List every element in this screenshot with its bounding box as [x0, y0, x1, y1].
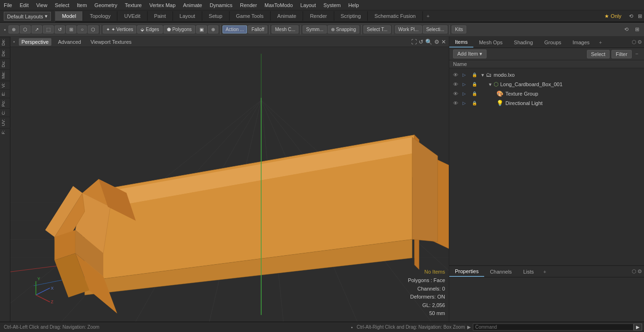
menu-geometry[interactable]: Geometry [91, 1, 121, 9]
tree-arrow-1[interactable]: ▾ [481, 72, 484, 78]
tree-item-texture[interactable]: 👁 ▷ 🔒 🎨 Texture Group [449, 89, 644, 98]
select-lasso[interactable]: ⬡ [20, 25, 31, 33]
vp-tab-advanced[interactable]: Advanced [55, 38, 84, 46]
items-tab-items[interactable]: Items [449, 37, 473, 48]
sidebar-tab-vi[interactable]: Vi: [0, 81, 10, 89]
layout-icon-2[interactable]: ⊞ [636, 12, 644, 20]
side-toggle[interactable]: ▪ [2, 25, 8, 34]
tree-item-box[interactable]: 👁 ▷ 🔒 ▾ ⬡ Long_Cardboard_Box_001 [449, 80, 644, 89]
menu-dynamics[interactable]: Dynamics [206, 1, 236, 9]
vp-close-icon[interactable]: ✕ [441, 39, 446, 45]
center-btn[interactable]: ⊕ [208, 25, 218, 33]
item-btn[interactable]: ▣ [196, 25, 207, 33]
tab-game-tools[interactable]: Game Tools [230, 11, 271, 21]
move-btn[interactable]: ↗ [32, 25, 42, 33]
menu-layout[interactable]: Layout [297, 1, 320, 9]
eye-icon-2[interactable]: 👁 [453, 81, 461, 87]
menu-view[interactable]: View [33, 1, 51, 9]
items-panel-settings[interactable]: ⚙ [637, 39, 642, 45]
add-tab-button[interactable]: + [423, 11, 433, 21]
sidebar-tab-uv[interactable]: UV: [0, 117, 10, 128]
eye-icon-3b[interactable]: ▷ [462, 91, 470, 96]
menu-render[interactable]: Render [236, 1, 261, 9]
tree-arrow-2[interactable]: ▾ [489, 81, 492, 88]
sidebar-tab-po[interactable]: Po: [0, 98, 10, 109]
vp-settings-icon[interactable]: ⚙ [434, 39, 439, 45]
menu-select[interactable]: Select [51, 1, 73, 9]
sidebar-tab-de2[interactable]: De: [0, 48, 10, 58]
tree-item-modo[interactable]: 👁 ▷ 🔒 ▾ 🗂 modo.lxo [449, 70, 644, 80]
selecti-btn[interactable]: Selecti... [423, 25, 447, 33]
tab-scripting[interactable]: Scripting [334, 11, 368, 21]
symm-btn[interactable]: Symm... [303, 25, 327, 33]
props-expand[interactable]: ⬡ [632, 268, 636, 275]
scale-btn[interactable]: ⊞ [66, 25, 76, 33]
shield-btn[interactable]: ⬡ [88, 25, 99, 33]
layout-icon-1[interactable]: ⟲ [627, 12, 635, 20]
menu-maxtomodo[interactable]: MaxToModo [261, 1, 297, 9]
eye-icon-2b[interactable]: ▷ [462, 82, 470, 87]
viewport-menu-icon[interactable]: ▪ [13, 39, 15, 44]
viewport[interactable]: ▪ Perspective Advanced Viewport Textures… [10, 37, 449, 322]
items-panel-expand[interactable]: ⬡ [632, 39, 636, 45]
snapping-btn[interactable]: ⊕ Snapping [328, 25, 359, 33]
vp-tab-perspective[interactable]: Perspective [19, 38, 51, 46]
sidebar-tab-c[interactable]: C: [0, 108, 10, 117]
vp-search-icon[interactable]: 🔍 [425, 39, 432, 45]
items-list-collapse[interactable]: − [634, 50, 640, 58]
transform-btn[interactable]: ○ [77, 25, 87, 33]
vp-grid-icon[interactable]: ⛶ [411, 39, 417, 45]
star-only-button[interactable]: ★ Only [601, 11, 625, 21]
lock-icon-3[interactable]: 🔒 [472, 91, 479, 96]
items-tab-shading[interactable]: Shading [508, 38, 538, 47]
sidebar-tab-me[interactable]: Me: [0, 69, 10, 81]
lock-icon-1[interactable]: 🔒 [472, 73, 479, 77]
tab-uvedit[interactable]: UVEdit [117, 11, 147, 21]
lock-icon-4[interactable]: 🔒 [472, 101, 479, 105]
menu-animate[interactable]: Animate [179, 1, 206, 9]
tab-schematic[interactable]: Schematic Fusion [368, 11, 422, 21]
sidebar-tab-de1[interactable]: De: [0, 37, 10, 48]
command-exec-button[interactable]: ▶ [634, 324, 642, 331]
props-settings[interactable]: ⚙ [637, 268, 642, 275]
edges-btn[interactable]: ⬙ Edges [137, 25, 162, 33]
vp-rotate-icon[interactable]: ↺ [419, 39, 423, 45]
select-t-btn[interactable]: Select T... [363, 25, 391, 33]
tab-setup[interactable]: Setup [202, 11, 230, 21]
menu-texture[interactable]: Texture [121, 1, 146, 9]
lock-icon-2[interactable]: 🔒 [472, 82, 479, 87]
tab-layout[interactable]: Layout [173, 11, 202, 21]
sidebar-tab-du[interactable]: Du: [0, 58, 10, 69]
view-icon-2[interactable]: ⊞ [632, 25, 642, 33]
tab-model[interactable]: Model [55, 11, 83, 21]
sidebar-tab-f[interactable]: F: [0, 128, 10, 136]
action-btn[interactable]: Action ... [223, 25, 248, 33]
items-tab-plus[interactable]: + [595, 38, 606, 47]
tab-paint[interactable]: Paint [148, 11, 173, 21]
props-tab-properties[interactable]: Properties [449, 267, 484, 277]
vertices-btn[interactable]: ✦ ✦ Vertices [103, 25, 136, 33]
command-input[interactable] [473, 324, 634, 331]
items-filter-button[interactable]: Filter [611, 50, 631, 58]
kits-btn[interactable]: Kits [452, 25, 466, 33]
items-tab-images[interactable]: Images [567, 38, 595, 47]
eye-icon-4[interactable]: 👁 [453, 100, 461, 106]
vp-tab-textures[interactable]: Viewport Textures [88, 38, 134, 46]
eye-icon-1[interactable]: 👁 [453, 72, 461, 78]
menu-file[interactable]: File [0, 1, 16, 9]
mesh-c-btn[interactable]: Mesh C... [272, 25, 298, 33]
menu-item[interactable]: Item [73, 1, 91, 9]
eye-icon-3[interactable]: 👁 [453, 91, 461, 97]
select-rect-btn[interactable]: ⬚ [43, 25, 54, 33]
items-tab-groups[interactable]: Groups [538, 38, 567, 47]
props-tab-plus[interactable]: + [539, 267, 550, 276]
viewport-3d[interactable]: X Z Y No Items Polygons : Face Channels:… [10, 47, 449, 322]
layout-dropdown[interactable]: Default Layouts ▾ [4, 12, 51, 21]
props-tab-channels[interactable]: Channels [484, 267, 517, 276]
menu-edit[interactable]: Edit [16, 1, 33, 9]
rotate-btn[interactable]: ↺ [55, 25, 65, 33]
menu-vertex-map[interactable]: Vertex Map [146, 1, 180, 9]
falloff-btn[interactable]: Falloff [248, 25, 267, 33]
tree-item-light[interactable]: 👁 ▷ 🔒 💡 Directional Light [449, 98, 644, 108]
tab-topology[interactable]: Topology [83, 11, 117, 21]
